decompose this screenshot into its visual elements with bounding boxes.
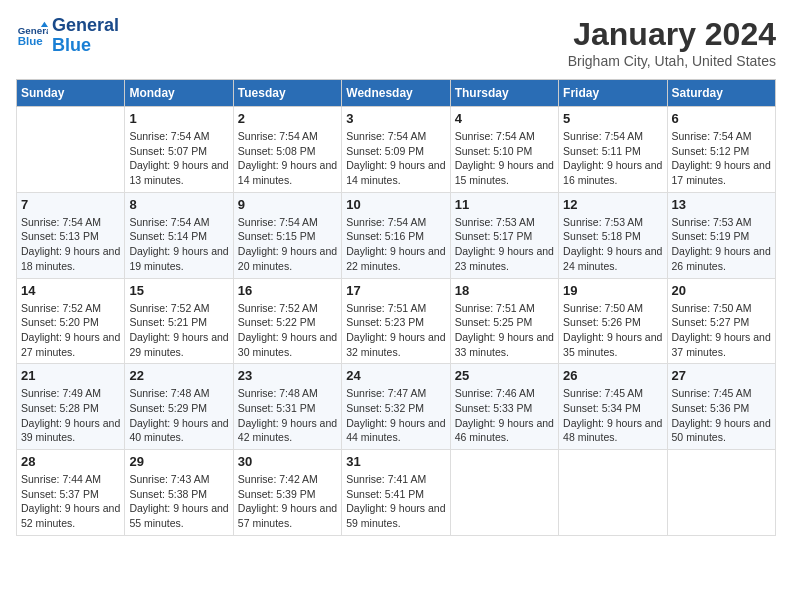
- weekday-header-monday: Monday: [125, 80, 233, 107]
- day-number: 27: [672, 368, 771, 383]
- day-number: 18: [455, 283, 554, 298]
- calendar-cell: 14Sunrise: 7:52 AM Sunset: 5:20 PM Dayli…: [17, 278, 125, 364]
- day-number: 8: [129, 197, 228, 212]
- day-number: 4: [455, 111, 554, 126]
- logo-icon: General Blue: [16, 20, 48, 52]
- day-detail: Sunrise: 7:45 AM Sunset: 5:34 PM Dayligh…: [563, 386, 662, 445]
- calendar-cell: 24Sunrise: 7:47 AM Sunset: 5:32 PM Dayli…: [342, 364, 450, 450]
- day-number: 20: [672, 283, 771, 298]
- calendar-cell: 11Sunrise: 7:53 AM Sunset: 5:17 PM Dayli…: [450, 192, 558, 278]
- calendar-cell: 29Sunrise: 7:43 AM Sunset: 5:38 PM Dayli…: [125, 450, 233, 536]
- day-number: 10: [346, 197, 445, 212]
- day-detail: Sunrise: 7:50 AM Sunset: 5:27 PM Dayligh…: [672, 301, 771, 360]
- day-number: 7: [21, 197, 120, 212]
- calendar-cell: 20Sunrise: 7:50 AM Sunset: 5:27 PM Dayli…: [667, 278, 775, 364]
- day-detail: Sunrise: 7:50 AM Sunset: 5:26 PM Dayligh…: [563, 301, 662, 360]
- calendar-cell: 6Sunrise: 7:54 AM Sunset: 5:12 PM Daylig…: [667, 107, 775, 193]
- day-number: 15: [129, 283, 228, 298]
- day-detail: Sunrise: 7:53 AM Sunset: 5:19 PM Dayligh…: [672, 215, 771, 274]
- day-detail: Sunrise: 7:54 AM Sunset: 5:09 PM Dayligh…: [346, 129, 445, 188]
- day-number: 17: [346, 283, 445, 298]
- day-detail: Sunrise: 7:48 AM Sunset: 5:29 PM Dayligh…: [129, 386, 228, 445]
- calendar-cell: 7Sunrise: 7:54 AM Sunset: 5:13 PM Daylig…: [17, 192, 125, 278]
- logo-text: General Blue: [52, 16, 119, 56]
- day-number: 31: [346, 454, 445, 469]
- week-row-2: 7Sunrise: 7:54 AM Sunset: 5:13 PM Daylig…: [17, 192, 776, 278]
- weekday-header-thursday: Thursday: [450, 80, 558, 107]
- day-detail: Sunrise: 7:41 AM Sunset: 5:41 PM Dayligh…: [346, 472, 445, 531]
- day-detail: Sunrise: 7:54 AM Sunset: 5:10 PM Dayligh…: [455, 129, 554, 188]
- day-number: 22: [129, 368, 228, 383]
- weekday-header-sunday: Sunday: [17, 80, 125, 107]
- day-detail: Sunrise: 7:51 AM Sunset: 5:25 PM Dayligh…: [455, 301, 554, 360]
- day-number: 24: [346, 368, 445, 383]
- calendar-cell: 18Sunrise: 7:51 AM Sunset: 5:25 PM Dayli…: [450, 278, 558, 364]
- calendar-cell: 3Sunrise: 7:54 AM Sunset: 5:09 PM Daylig…: [342, 107, 450, 193]
- day-number: 21: [21, 368, 120, 383]
- day-detail: Sunrise: 7:44 AM Sunset: 5:37 PM Dayligh…: [21, 472, 120, 531]
- day-detail: Sunrise: 7:43 AM Sunset: 5:38 PM Dayligh…: [129, 472, 228, 531]
- weekday-header-friday: Friday: [559, 80, 667, 107]
- day-detail: Sunrise: 7:54 AM Sunset: 5:13 PM Dayligh…: [21, 215, 120, 274]
- calendar-table: SundayMondayTuesdayWednesdayThursdayFrid…: [16, 79, 776, 536]
- location-title: Brigham City, Utah, United States: [568, 53, 776, 69]
- calendar-cell: 13Sunrise: 7:53 AM Sunset: 5:19 PM Dayli…: [667, 192, 775, 278]
- week-row-3: 14Sunrise: 7:52 AM Sunset: 5:20 PM Dayli…: [17, 278, 776, 364]
- weekday-header-tuesday: Tuesday: [233, 80, 341, 107]
- calendar-cell: 8Sunrise: 7:54 AM Sunset: 5:14 PM Daylig…: [125, 192, 233, 278]
- day-detail: Sunrise: 7:54 AM Sunset: 5:15 PM Dayligh…: [238, 215, 337, 274]
- day-number: 30: [238, 454, 337, 469]
- calendar-cell: [559, 450, 667, 536]
- weekday-header-row: SundayMondayTuesdayWednesdayThursdayFrid…: [17, 80, 776, 107]
- calendar-cell: 22Sunrise: 7:48 AM Sunset: 5:29 PM Dayli…: [125, 364, 233, 450]
- day-number: 23: [238, 368, 337, 383]
- day-detail: Sunrise: 7:54 AM Sunset: 5:12 PM Dayligh…: [672, 129, 771, 188]
- day-detail: Sunrise: 7:52 AM Sunset: 5:22 PM Dayligh…: [238, 301, 337, 360]
- day-number: 5: [563, 111, 662, 126]
- calendar-cell: 17Sunrise: 7:51 AM Sunset: 5:23 PM Dayli…: [342, 278, 450, 364]
- day-number: 13: [672, 197, 771, 212]
- calendar-cell: 15Sunrise: 7:52 AM Sunset: 5:21 PM Dayli…: [125, 278, 233, 364]
- day-detail: Sunrise: 7:46 AM Sunset: 5:33 PM Dayligh…: [455, 386, 554, 445]
- calendar-cell: 30Sunrise: 7:42 AM Sunset: 5:39 PM Dayli…: [233, 450, 341, 536]
- calendar-cell: 4Sunrise: 7:54 AM Sunset: 5:10 PM Daylig…: [450, 107, 558, 193]
- calendar-cell: 21Sunrise: 7:49 AM Sunset: 5:28 PM Dayli…: [17, 364, 125, 450]
- day-number: 28: [21, 454, 120, 469]
- day-detail: Sunrise: 7:53 AM Sunset: 5:17 PM Dayligh…: [455, 215, 554, 274]
- calendar-cell: 23Sunrise: 7:48 AM Sunset: 5:31 PM Dayli…: [233, 364, 341, 450]
- calendar-cell: 26Sunrise: 7:45 AM Sunset: 5:34 PM Dayli…: [559, 364, 667, 450]
- calendar-cell: 16Sunrise: 7:52 AM Sunset: 5:22 PM Dayli…: [233, 278, 341, 364]
- day-detail: Sunrise: 7:49 AM Sunset: 5:28 PM Dayligh…: [21, 386, 120, 445]
- day-detail: Sunrise: 7:47 AM Sunset: 5:32 PM Dayligh…: [346, 386, 445, 445]
- calendar-cell: 28Sunrise: 7:44 AM Sunset: 5:37 PM Dayli…: [17, 450, 125, 536]
- day-detail: Sunrise: 7:54 AM Sunset: 5:16 PM Dayligh…: [346, 215, 445, 274]
- day-detail: Sunrise: 7:42 AM Sunset: 5:39 PM Dayligh…: [238, 472, 337, 531]
- weekday-header-wednesday: Wednesday: [342, 80, 450, 107]
- day-detail: Sunrise: 7:45 AM Sunset: 5:36 PM Dayligh…: [672, 386, 771, 445]
- day-detail: Sunrise: 7:53 AM Sunset: 5:18 PM Dayligh…: [563, 215, 662, 274]
- weekday-header-saturday: Saturday: [667, 80, 775, 107]
- calendar-cell: 19Sunrise: 7:50 AM Sunset: 5:26 PM Dayli…: [559, 278, 667, 364]
- day-number: 19: [563, 283, 662, 298]
- day-number: 12: [563, 197, 662, 212]
- day-number: 11: [455, 197, 554, 212]
- title-area: January 2024 Brigham City, Utah, United …: [568, 16, 776, 69]
- calendar-cell: 25Sunrise: 7:46 AM Sunset: 5:33 PM Dayli…: [450, 364, 558, 450]
- day-number: 9: [238, 197, 337, 212]
- day-number: 6: [672, 111, 771, 126]
- day-number: 25: [455, 368, 554, 383]
- day-detail: Sunrise: 7:54 AM Sunset: 5:14 PM Dayligh…: [129, 215, 228, 274]
- week-row-5: 28Sunrise: 7:44 AM Sunset: 5:37 PM Dayli…: [17, 450, 776, 536]
- day-number: 2: [238, 111, 337, 126]
- week-row-1: 1Sunrise: 7:54 AM Sunset: 5:07 PM Daylig…: [17, 107, 776, 193]
- calendar-cell: 31Sunrise: 7:41 AM Sunset: 5:41 PM Dayli…: [342, 450, 450, 536]
- day-detail: Sunrise: 7:54 AM Sunset: 5:07 PM Dayligh…: [129, 129, 228, 188]
- logo: General Blue General Blue: [16, 16, 119, 56]
- svg-text:Blue: Blue: [18, 35, 44, 47]
- day-number: 26: [563, 368, 662, 383]
- day-number: 1: [129, 111, 228, 126]
- calendar-cell: 5Sunrise: 7:54 AM Sunset: 5:11 PM Daylig…: [559, 107, 667, 193]
- calendar-cell: [17, 107, 125, 193]
- day-detail: Sunrise: 7:52 AM Sunset: 5:21 PM Dayligh…: [129, 301, 228, 360]
- day-number: 14: [21, 283, 120, 298]
